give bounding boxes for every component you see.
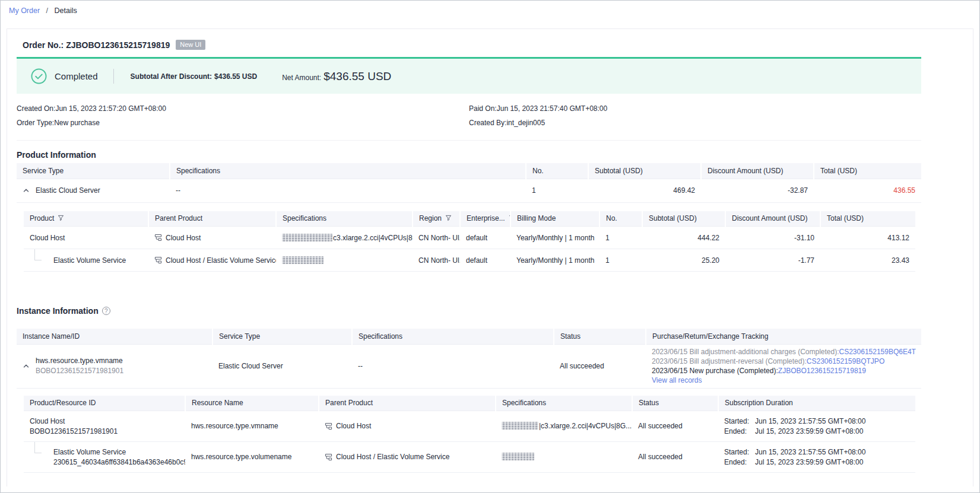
specifications-cell: |c3.xlarge.2.cci|4vCPUs|8G...	[496, 411, 632, 442]
resource-id-cell: BOBO12361521571981901	[30, 427, 179, 437]
created-by-label: Created By:	[469, 119, 506, 127]
col-total: Total (USD)	[820, 211, 915, 227]
specifications-cell	[496, 442, 632, 473]
col-total: Total (USD)	[814, 163, 921, 179]
tracking-record: 2023/06/15 Bill adjustment-additional ch…	[652, 347, 915, 357]
col-service-type: Service Type	[17, 163, 170, 179]
col-instance-name-id: Instance Name/ID	[17, 329, 213, 344]
specifications-cell	[276, 249, 413, 272]
tracking-cell: 2023/06/15 Bill adjustment-additional ch…	[646, 344, 921, 388]
product-information-title: Product Information	[17, 149, 921, 161]
product-summary-table: Service Type Specifications No. Subtotal…	[17, 163, 921, 203]
enterprise-cell: default	[460, 249, 510, 272]
product-detail-header-row: Product Parent Product Specifications Re…	[24, 211, 915, 227]
region-cell: CN North- Ul...	[413, 227, 460, 249]
created-on-value: Jun 15, 2023 21:57:20 GMT+08:00	[55, 104, 166, 113]
resource-name-cell: hws.resource.type.volumename	[185, 442, 319, 473]
net-amount-label: Net Amount:	[282, 74, 321, 82]
redacted-text	[282, 234, 332, 241]
paid-on: Paid On:Jun 15, 2023 21:57:40 GMT+08:00	[469, 103, 921, 114]
instance-summary-row: hws.resource.type.vmname BOBO12361521571…	[17, 344, 921, 388]
redacted-text	[282, 256, 324, 264]
service-type-cell: Elastic Cloud Server	[36, 186, 100, 195]
product-cell: Elastic Volume Service	[30, 256, 126, 265]
banner-divider	[113, 69, 114, 84]
instance-detail-table: Product/Resource ID Resource Name Parent…	[24, 396, 915, 473]
filter-icon[interactable]	[445, 215, 452, 221]
product-detail-row: Cloud Host Cloud Host c3.xlarge.2.cci|4v…	[24, 227, 915, 249]
breadcrumb: My Order / Details	[1, 1, 979, 28]
order-type-value: New purchase	[54, 119, 100, 127]
status-cell: All succeeded	[632, 411, 718, 442]
col-discount-amount: Discount Amount (USD)	[701, 163, 814, 179]
col-status: Status	[632, 396, 718, 411]
paid-on-value: Jun 15, 2023 21:57:40 GMT+08:00	[497, 104, 607, 113]
col-resource-name: Resource Name	[185, 396, 319, 411]
col-no: No.	[526, 163, 588, 179]
redacted-text	[502, 453, 534, 460]
discount-cell: -31.10	[725, 227, 820, 249]
no-cell: 1	[600, 249, 642, 272]
discount-cell: -32.87	[701, 179, 814, 202]
region-cell: CN North- Ul...	[413, 249, 460, 272]
tracking-record-link[interactable]: CS2306152159BQTJPO	[807, 357, 884, 365]
check-circle-icon	[31, 68, 47, 84]
subtotal-cell: 469.42	[588, 179, 701, 202]
created-on-label: Created On:	[17, 104, 55, 113]
order-header: Order No.: ZJBOBO123615215719819 New UI	[17, 35, 921, 57]
order-number-label: Order No.:	[23, 40, 64, 50]
collapse-row-icon[interactable]	[23, 187, 30, 194]
subtotal-after-discount: Subtotal After Discount:$436.55 USD	[131, 72, 258, 81]
subscription-duration-cell: Started:Jun 15, 2023 21:57:55 GMT+08:00 …	[718, 411, 915, 442]
product-hierarchy-icon	[154, 256, 162, 264]
col-tracking: Purchase/Return/Exchange Tracking	[646, 329, 921, 344]
subtotal-value: $436.55 USD	[214, 72, 257, 81]
instance-detail-child-row: Elastic Volume Service 230615_46034a6ff6…	[24, 442, 915, 473]
billing-mode-cell: Yearly/Monthly | 1 month	[510, 227, 600, 249]
paid-on-label: Paid On:	[469, 104, 497, 113]
tracking-record: 2023/06/15 Bill adjustment-reversal (Com…	[652, 357, 915, 366]
specifications-cell: --	[170, 179, 526, 202]
product-summary-header-row: Service Type Specifications No. Subtotal…	[17, 163, 921, 179]
new-ui-badge: New UI	[176, 40, 205, 50]
product-detail-table: Product Parent Product Specifications Re…	[24, 211, 915, 272]
status-banner: Completed Subtotal After Discount:$436.5…	[17, 57, 921, 94]
help-icon[interactable]: ?	[102, 307, 110, 315]
product-summary-row: Elastic Cloud Server -- 1 469.42 -32.87 …	[17, 179, 921, 202]
order-type-label: Order Type:	[17, 119, 54, 127]
total-cell: 436.55	[814, 179, 921, 202]
redacted-text	[502, 422, 538, 430]
col-subtotal: Subtotal (USD)	[642, 211, 725, 227]
net-amount-value: $436.55 USD	[324, 70, 391, 83]
tree-connector	[34, 249, 42, 261]
col-billing-mode: Billing Mode	[510, 211, 600, 227]
instance-detail-header-row: Product/Resource ID Resource Name Parent…	[24, 396, 915, 411]
instance-detail-row: Cloud Host BOBO12361521571981901 hws.res…	[24, 411, 915, 442]
instance-id: BOBO12361521571981901	[36, 366, 123, 376]
col-no: No.	[600, 211, 642, 227]
resource-id-cell: 230615_46034a6ff63841b6a4363e46b0c960cb	[30, 457, 179, 467]
tracking-record-link[interactable]: ZJBOBO123615215719819	[778, 367, 866, 375]
service-type-cell: Elastic Cloud Server	[213, 344, 352, 388]
breadcrumb-separator: /	[46, 7, 48, 15]
order-meta: Created On:Jun 15, 2023 21:57:20 GMT+08:…	[17, 94, 921, 141]
parent-product-cell: Cloud Host	[336, 421, 371, 431]
view-all-records-link[interactable]: View all records	[652, 376, 702, 384]
col-parent-product: Parent Product	[148, 211, 276, 227]
subtotal-label: Subtotal After Discount:	[131, 72, 213, 81]
product-cell: Cloud Host	[24, 227, 148, 249]
collapse-row-icon[interactable]	[23, 362, 30, 370]
created-by: Created By:int_dejin005	[469, 117, 921, 128]
col-product: Product	[24, 211, 148, 227]
specifications-cell: --	[352, 344, 554, 388]
col-specifications: Specifications	[276, 211, 413, 227]
tracking-record: 2023/06/15 New purchase (Completed):ZJBO…	[652, 366, 915, 376]
breadcrumb-current: Details	[55, 7, 77, 15]
col-service-type: Service Type	[213, 329, 352, 344]
tracking-record-link[interactable]: CS2306152159BQ6E4T	[839, 348, 916, 356]
breadcrumb-my-order-link[interactable]: My Order	[9, 7, 40, 15]
col-parent-product: Parent Product	[319, 396, 496, 411]
col-product-resource-id: Product/Resource ID	[24, 396, 185, 411]
col-specifications: Specifications	[170, 163, 526, 179]
filter-icon[interactable]	[58, 215, 64, 221]
